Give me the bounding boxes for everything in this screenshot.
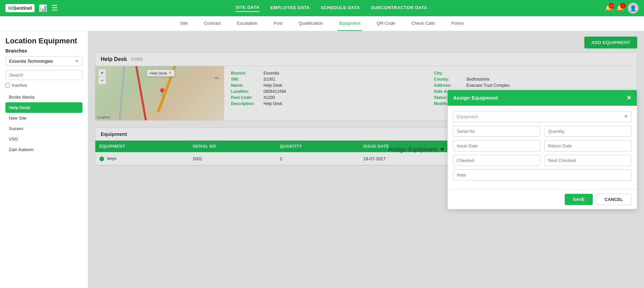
tab-contract[interactable]: Contract bbox=[203, 16, 222, 31]
assign-label: Assign Equipment ▼ bbox=[388, 146, 447, 153]
modal-header: Assign Equipment ✕ bbox=[448, 90, 637, 106]
nav-subcontractor-data[interactable]: SUBCONTRACTOR DATA bbox=[371, 5, 427, 12]
nav-schedule-data[interactable]: SCHEDULE DATA bbox=[321, 5, 360, 12]
serial-quantity-row bbox=[453, 126, 631, 137]
equipment-row: Equipment bbox=[453, 111, 631, 122]
tab-forms[interactable]: Forms bbox=[450, 16, 465, 31]
next-checked-input[interactable] bbox=[544, 155, 631, 166]
next-checked-group bbox=[544, 155, 631, 166]
note-row bbox=[453, 169, 631, 181]
equipment-select[interactable]: Equipment bbox=[453, 111, 631, 122]
search-input[interactable] bbox=[5, 70, 82, 80]
top-nav: MiSentinel 📊 ☰ SITE DATA EMPLOYEE DATA S… bbox=[0, 0, 644, 16]
page-title: Location Equipment bbox=[5, 37, 82, 45]
nav-employee-data[interactable]: EMPLOYEE DATA bbox=[270, 5, 310, 12]
issue-date-group bbox=[453, 140, 540, 151]
inactive-row: Inactive bbox=[5, 83, 82, 88]
issue-date-input[interactable] bbox=[453, 140, 540, 151]
modal-title: Assign Equipment bbox=[453, 95, 498, 101]
checked-input[interactable] bbox=[453, 155, 540, 166]
tab-check-calls[interactable]: Check Calls bbox=[410, 16, 436, 31]
messages-button[interactable]: 🔔 2 bbox=[616, 4, 624, 12]
modal-body: Equipment bbox=[448, 106, 637, 189]
note-group bbox=[453, 169, 631, 181]
top-nav-right: 🔔 10 🔔 2 👤 bbox=[605, 3, 639, 14]
modal-close-button[interactable]: ✕ bbox=[626, 94, 631, 102]
checked-group bbox=[453, 155, 540, 166]
inactive-label: Inactive bbox=[12, 83, 27, 88]
checked-row bbox=[453, 155, 631, 166]
save-button[interactable]: SAVE bbox=[565, 194, 592, 205]
site-item-new-site[interactable]: New Site bbox=[5, 113, 82, 123]
notifications-badge: 10 bbox=[609, 3, 614, 8]
notifications-button[interactable]: 🔔 10 bbox=[605, 4, 612, 12]
tab-qualification[interactable]: Qualification bbox=[297, 16, 325, 31]
page-layout: Location Equipment Branches Essentia Tec… bbox=[0, 31, 644, 288]
menu-icon[interactable]: ☰ bbox=[51, 4, 58, 13]
return-date-input[interactable] bbox=[544, 140, 631, 151]
tab-equipment[interactable]: Equipment bbox=[338, 16, 362, 31]
main-content: ADD EQUIPMENT Help Desk S1001 + − bbox=[88, 31, 644, 288]
inactive-checkbox[interactable] bbox=[5, 83, 10, 87]
user-avatar[interactable]: 👤 bbox=[628, 3, 639, 14]
quantity-input[interactable] bbox=[544, 126, 631, 137]
quantity-group bbox=[544, 126, 631, 137]
site-item-vsg[interactable]: VSG bbox=[5, 134, 82, 144]
logo-area: MiSentinel 📊 ☰ bbox=[5, 4, 58, 13]
branches-label: Branches bbox=[5, 48, 82, 54]
branch-select[interactable]: Essentia Technologies bbox=[5, 56, 82, 66]
site-item-help-desk[interactable]: Help Desk bbox=[5, 102, 82, 113]
serial-no-input[interactable] bbox=[453, 126, 540, 137]
site-item-books-mania[interactable]: Books Mania bbox=[5, 92, 82, 102]
note-input[interactable] bbox=[453, 169, 631, 181]
site-list: Books Mania Help Desk New Site Sussex VS… bbox=[5, 92, 82, 155]
messages-badge: 2 bbox=[620, 3, 626, 8]
site-item-zain-kaleem[interactable]: Zain Kaleem bbox=[5, 144, 82, 155]
top-nav-links: SITE DATA EMPLOYEE DATA SCHEDULE DATA SU… bbox=[235, 5, 427, 12]
modal-footer: SAVE CANCEL bbox=[448, 189, 637, 209]
modal-overlay: Assign Equipment ▼ Assign Equipment ✕ Eq… bbox=[88, 31, 644, 288]
tab-post[interactable]: Post bbox=[272, 16, 284, 31]
cancel-button[interactable]: CANCEL bbox=[596, 194, 631, 205]
equipment-select-group: Equipment bbox=[453, 111, 631, 122]
assign-modal: Assign Equipment ✕ Equipment bbox=[447, 90, 637, 209]
logo: MiSentinel bbox=[5, 4, 35, 12]
return-date-group bbox=[544, 140, 631, 151]
site-item-sussex[interactable]: Sussex bbox=[5, 123, 82, 134]
serial-no-group bbox=[453, 126, 540, 137]
tab-qr-code[interactable]: QR-Code bbox=[375, 16, 397, 31]
sidebar: Location Equipment Branches Essentia Tec… bbox=[0, 31, 88, 288]
nav-site-data[interactable]: SITE DATA bbox=[235, 5, 259, 12]
tab-site[interactable]: Site bbox=[179, 16, 189, 31]
chart-icon[interactable]: 📊 bbox=[39, 4, 47, 12]
issue-return-row bbox=[453, 140, 631, 151]
secondary-nav: Site Contract Escalation Post Qualificat… bbox=[0, 16, 644, 31]
tab-escalation[interactable]: Escalation bbox=[236, 16, 259, 31]
